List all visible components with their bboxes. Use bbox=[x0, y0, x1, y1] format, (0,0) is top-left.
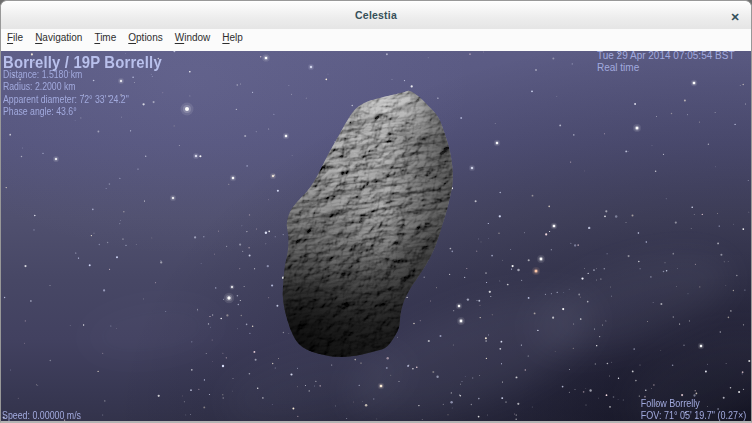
hud-datetime: Tue 29 Apr 2014 07:05:54 BST bbox=[597, 51, 735, 62]
space-viewport[interactable]: Borrelly / 19P Borrelly Distance: 1.5180… bbox=[1, 51, 751, 421]
menu-item-options[interactable]: Options bbox=[122, 32, 168, 44]
bright-star bbox=[262, 54, 270, 62]
menu-item-navigation[interactable]: Navigation bbox=[29, 32, 88, 44]
menu-item-time[interactable]: Time bbox=[88, 32, 122, 44]
hud-time-mode: Real time bbox=[597, 62, 735, 74]
menu-item-window[interactable]: Window bbox=[169, 32, 217, 44]
bright-star bbox=[53, 156, 59, 162]
bright-star bbox=[698, 343, 704, 349]
menubar: FileNavigationTimeOptionsWindowHelp bbox=[1, 29, 751, 51]
titlebar[interactable]: Celestia ✕ bbox=[1, 1, 751, 29]
hud-info-line: Phase angle: 43.6° bbox=[3, 106, 161, 118]
bright-star bbox=[633, 124, 641, 132]
bright-star bbox=[537, 255, 545, 263]
hud-speed: Speed: 0.00000 m/s bbox=[2, 410, 81, 421]
close-icon[interactable]: ✕ bbox=[726, 8, 744, 26]
bright-star bbox=[456, 303, 462, 309]
hud-fov: FOV: 71° 05' 19.7" (0.27×) bbox=[641, 410, 746, 421]
bright-star bbox=[469, 165, 475, 171]
hud-status: Follow Borrelly FOV: 71° 05' 19.7" (0.27… bbox=[641, 398, 746, 421]
window-title: Celestia bbox=[1, 9, 751, 21]
bright-star bbox=[494, 140, 500, 146]
hud-object-info: Borrelly / 19P Borrelly Distance: 1.5180… bbox=[3, 54, 185, 119]
hud-object-title: Borrelly / 19P Borrelly bbox=[3, 54, 162, 68]
bright-star bbox=[532, 267, 540, 275]
bright-star bbox=[551, 223, 558, 230]
celestia-window: Celestia ✕ FileNavigationTimeOptionsWind… bbox=[0, 0, 752, 423]
bright-star bbox=[193, 153, 199, 159]
hud-time: Tue 29 Apr 2014 07:05:54 BST Real time bbox=[597, 51, 735, 74]
bright-star bbox=[230, 285, 235, 290]
bright-star bbox=[308, 64, 314, 70]
bright-star bbox=[170, 195, 176, 201]
bright-star bbox=[224, 293, 234, 303]
hud-info-line: Apparent diameter: 72° 33' 24.2" bbox=[3, 94, 161, 106]
menu-item-help[interactable]: Help bbox=[216, 32, 249, 44]
hud-info-line: Radius: 2.2000 km bbox=[3, 81, 161, 93]
menu-item-file[interactable]: File bbox=[1, 32, 29, 44]
hud-info-line: Distance: 1.5180 km bbox=[3, 69, 161, 81]
hud-follow: Follow Borrelly bbox=[641, 398, 746, 410]
bright-star bbox=[283, 133, 289, 139]
bright-star bbox=[457, 317, 465, 325]
bright-star bbox=[691, 80, 698, 87]
bright-star bbox=[270, 173, 276, 179]
bright-star bbox=[230, 175, 236, 181]
bright-star bbox=[378, 383, 385, 390]
